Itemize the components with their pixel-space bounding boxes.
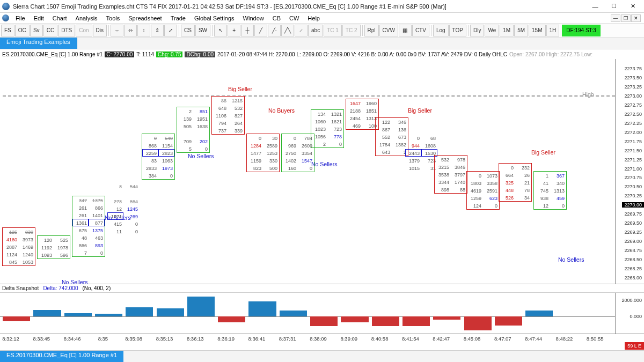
toolbtn-fs[interactable]: FS bbox=[1, 25, 14, 36]
toolbtn-cc[interactable]: CC bbox=[43, 25, 57, 36]
app-icon bbox=[2, 3, 10, 10]
menu-cw[interactable]: CW bbox=[285, 14, 303, 23]
annotation: No Sellers bbox=[558, 256, 584, 263]
footprint-bar: 03012842589147712531159330823500 bbox=[247, 134, 279, 172]
maximize-button[interactable]: ☐ bbox=[605, 1, 623, 12]
info-line: ES.20170300.CME_Eq [C] 1.00 Range #1 C: … bbox=[0, 49, 644, 59]
menu-trade[interactable]: Trade bbox=[166, 14, 190, 23]
window-title: Sierra Chart 1507 Emoji Trading Examples… bbox=[13, 3, 586, 10]
minimize-button[interactable]: — bbox=[586, 1, 604, 12]
toolbtn-15m[interactable]: 15M bbox=[529, 25, 545, 36]
toolbtn-[interactable]: ↖ bbox=[214, 25, 227, 36]
toolbtn-[interactable]: ╱· bbox=[268, 25, 281, 36]
toolbtn-[interactable]: ⤢ bbox=[164, 25, 177, 36]
annotation: Big Seller bbox=[408, 107, 432, 114]
toolbtn-[interactable]: ▦ bbox=[399, 25, 412, 36]
titlebar: Sierra Chart 1507 Emoji Trading Examples… bbox=[0, 0, 644, 13]
bottom-tabbar: ES.20170300.CME_Eq [C] 1.00 Range #1 bbox=[0, 350, 644, 362]
x-axis: 8:32:128:33:458:34:468:358:35:088:35:138… bbox=[0, 334, 644, 344]
toolbtn-[interactable]: ↕ bbox=[137, 25, 150, 36]
annotation: No Sellers bbox=[62, 279, 87, 285]
footprint-bar: 01073180333584619259112596231240 bbox=[467, 172, 499, 209]
footprint-bar: 0784969260927503354140215471600 bbox=[282, 134, 314, 172]
annotation: No Sellers bbox=[188, 153, 214, 159]
menu-global-settings[interactable]: Global Settings bbox=[190, 14, 239, 23]
footprint-bar: 0689441608244315301379723101531 bbox=[405, 134, 437, 172]
footprint-bar: 1367413407451313938459120 bbox=[534, 172, 566, 209]
menu-icon bbox=[2, 14, 9, 21]
toolbar: FSOCSvCCDTSConDis↔⇔↕⇕⤢CSSW↖+┼╱╱·╱╲⟋abcTC… bbox=[0, 24, 644, 38]
footprint-bar: 1258304160397328871469112412408451053 bbox=[3, 228, 35, 265]
toolbtn-dly[interactable]: Dly bbox=[470, 25, 484, 36]
footprint-bar: 122346867136552673178413826432 bbox=[376, 118, 408, 156]
menu-window[interactable]: Window bbox=[239, 14, 268, 23]
footprint-bar: 3544 27386412124515712694150110 bbox=[107, 182, 140, 235]
replay-badge: 59 L E bbox=[625, 342, 644, 350]
tab-row: Emoji Trading Examples bbox=[0, 38, 644, 49]
toolbtn-rpl[interactable]: Rpl bbox=[364, 25, 379, 36]
main-chart[interactable]: Big SellerNo BuyersBig SellerBig SellerN… bbox=[0, 59, 644, 284]
toolbtn-[interactable]: ⇔ bbox=[124, 25, 137, 36]
toolbtn-sw[interactable]: SW bbox=[195, 25, 210, 36]
footprint-bar: 120525119219781093596 bbox=[38, 236, 70, 258]
y-axis: 2273.752273.502273.252273.002272.752272.… bbox=[615, 59, 644, 284]
toolbtn-1m[interactable]: 1M bbox=[500, 25, 514, 36]
footprint-bar: 023266426325214487852634 bbox=[499, 164, 531, 201]
toolbtn-5m[interactable]: 5M bbox=[514, 25, 528, 36]
toolbtn-[interactable]: ⇕ bbox=[151, 25, 164, 36]
toolbtn-abc[interactable]: abc bbox=[308, 25, 323, 36]
footprint-bar: 53297832153846353837973344174089888 bbox=[435, 156, 467, 193]
delta-y-axis: 2000.000 0.000 bbox=[615, 293, 644, 334]
delta-header: Delta Snapshot Delta: 742.000 (No, 400, … bbox=[0, 284, 644, 293]
toolbtn-1h[interactable]: 1H bbox=[546, 25, 560, 36]
toolbtn-[interactable]: ╱ bbox=[254, 25, 267, 36]
bottom-tab[interactable]: ES.20170300.CME_Eq [C] 1.00 Range #1 bbox=[0, 351, 123, 362]
footprint-bar: 164719602188185124541313469100 bbox=[346, 99, 378, 129]
mdi-minimize[interactable]: — bbox=[611, 14, 620, 22]
toolbtn-[interactable]: ↔ bbox=[111, 25, 123, 36]
toolbtn-we[interactable]: We bbox=[485, 25, 499, 36]
toolbtn-dts[interactable]: DTS bbox=[58, 25, 75, 36]
footprint-bar: 285113919515051638 70920250 bbox=[177, 107, 209, 152]
delta-subchart[interactable]: 2000.000 0.000 bbox=[0, 293, 644, 334]
toolbtn-cvw[interactable]: CVW bbox=[379, 25, 398, 36]
annotation: High bbox=[582, 91, 594, 98]
annotation: Big Seller bbox=[228, 86, 252, 92]
toolbtn-[interactable]: + bbox=[228, 25, 240, 36]
toolbtn-sv[interactable]: Sv bbox=[30, 25, 43, 36]
menu-help[interactable]: Help bbox=[303, 14, 324, 23]
menu-file[interactable]: File bbox=[11, 14, 30, 23]
footprint-bar: 0540868115422592823831063283319733840 bbox=[142, 134, 174, 179]
menu-chart[interactable]: Chart bbox=[48, 14, 71, 23]
menu-spreadsheet[interactable]: Spreadsheet bbox=[124, 14, 166, 23]
toolbtn-log[interactable]: Log bbox=[433, 25, 449, 36]
toolbtn-tc1[interactable]: TC 1 bbox=[324, 25, 342, 36]
annotation: No Sellers bbox=[311, 161, 337, 167]
footprint-bar: 1341321106016211023723105677820 bbox=[311, 110, 343, 147]
menu-cb[interactable]: CB bbox=[268, 14, 285, 23]
toolbtn-cs[interactable]: CS bbox=[181, 25, 195, 36]
toolbtn-top[interactable]: TOP bbox=[449, 25, 466, 36]
toolbtn-ctv[interactable]: CTV bbox=[412, 25, 429, 36]
toolbtn-[interactable]: ┼ bbox=[241, 25, 254, 36]
toolbtn-[interactable]: ⟋ bbox=[295, 25, 308, 36]
mdi-restore[interactable]: ❐ bbox=[621, 14, 631, 22]
mdi-close[interactable]: ✕ bbox=[631, 14, 641, 22]
toolbtn-[interactable]: ╱╲ bbox=[281, 25, 294, 36]
status-df: DF:194 ST:3 bbox=[562, 25, 601, 36]
toolbtn-oc[interactable]: OC bbox=[15, 25, 30, 36]
tab-chart[interactable]: Emoji Trading Examples bbox=[0, 38, 77, 49]
menu-tools[interactable]: Tools bbox=[102, 14, 125, 23]
menu-analysis[interactable]: Analysis bbox=[71, 14, 102, 23]
menu-edit[interactable]: Edit bbox=[30, 14, 48, 23]
footprint-bar: 8812156485321106827794264737339 bbox=[212, 97, 244, 134]
toolbtn-dis[interactable]: Dis bbox=[93, 25, 107, 36]
annotation: Big Seller bbox=[531, 149, 555, 156]
menubar: FileEditChartAnalysisToolsSpreadsheetTra… bbox=[0, 13, 644, 24]
close-button[interactable]: ✕ bbox=[624, 1, 642, 12]
annotation: No Buyers bbox=[268, 107, 295, 114]
footprint-bar: 3471375261866261140113618776751375484638… bbox=[72, 196, 105, 256]
toolbtn-con[interactable]: Con bbox=[76, 25, 92, 36]
toolbtn-tc2[interactable]: TC 2 bbox=[342, 25, 361, 36]
